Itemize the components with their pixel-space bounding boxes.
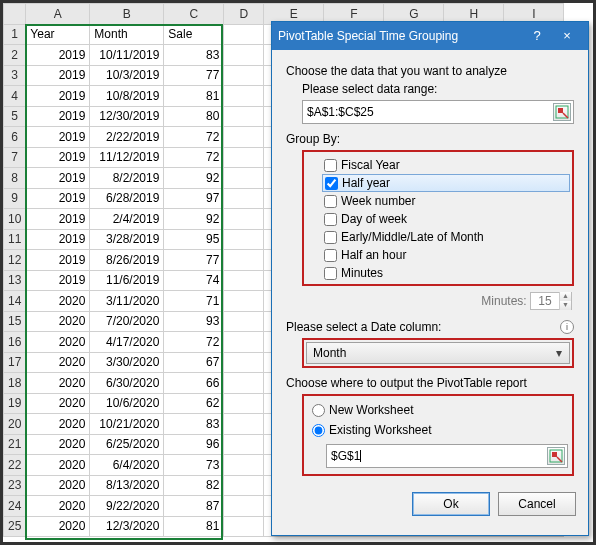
cell[interactable]: 66 [164,373,224,394]
row-header[interactable]: 11 [4,229,26,250]
cell[interactable]: 2/4/2019 [90,209,164,230]
cell[interactable]: 97 [164,188,224,209]
cell[interactable]: 8/13/2020 [90,475,164,496]
cell[interactable]: 3/11/2020 [90,291,164,312]
cell[interactable]: 2020 [26,332,90,353]
cell[interactable]: 83 [164,414,224,435]
cell[interactable]: 2019 [26,229,90,250]
cell[interactable]: 6/25/2020 [90,434,164,455]
cell[interactable]: Year [26,24,90,45]
row-header[interactable]: 9 [4,188,26,209]
cell[interactable]: 71 [164,291,224,312]
row-header[interactable]: 13 [4,270,26,291]
cell[interactable]: 2020 [26,455,90,476]
cell[interactable] [224,147,264,168]
cell[interactable]: 2020 [26,516,90,537]
cell[interactable] [224,24,264,45]
col-header-D[interactable]: D [224,4,264,25]
cell[interactable]: 67 [164,352,224,373]
cell[interactable] [224,250,264,271]
cell[interactable]: 6/30/2020 [90,373,164,394]
cell[interactable] [224,414,264,435]
cell[interactable] [224,373,264,394]
col-header-B[interactable]: B [90,4,164,25]
cell[interactable]: 3/30/2020 [90,352,164,373]
row-header[interactable]: 19 [4,393,26,414]
cell[interactable]: 2020 [26,393,90,414]
select-all-corner[interactable] [4,4,26,25]
date-column-combo[interactable]: Month ▾ [306,342,570,364]
close-button[interactable]: × [552,26,582,46]
cell[interactable]: 73 [164,455,224,476]
cell[interactable] [224,127,264,148]
cell[interactable]: 12/30/2019 [90,106,164,127]
cell[interactable]: 93 [164,311,224,332]
cell[interactable]: 2019 [26,106,90,127]
cell[interactable]: 2020 [26,496,90,517]
cell[interactable] [224,188,264,209]
row-header[interactable]: 25 [4,516,26,537]
cell[interactable]: 87 [164,496,224,517]
row-header[interactable]: 6 [4,127,26,148]
cell[interactable]: 2019 [26,147,90,168]
cell[interactable]: 2020 [26,311,90,332]
cell[interactable] [224,516,264,537]
cell[interactable]: Month [90,24,164,45]
cell[interactable]: 2020 [26,291,90,312]
cell[interactable]: 11/6/2019 [90,270,164,291]
opt-day-of-week[interactable]: Day of week [322,210,570,228]
cell[interactable] [224,45,264,66]
output-range-input[interactable]: $G$1 [326,444,568,468]
cell[interactable] [224,229,264,250]
row-header[interactable]: 3 [4,65,26,86]
row-header[interactable]: 17 [4,352,26,373]
cell[interactable]: 2019 [26,45,90,66]
cell[interactable]: 2019 [26,250,90,271]
cell[interactable]: 9/22/2020 [90,496,164,517]
cell[interactable]: 2019 [26,86,90,107]
cell[interactable]: 3/28/2019 [90,229,164,250]
cell[interactable]: 4/17/2020 [90,332,164,353]
cell[interactable]: 74 [164,270,224,291]
cell[interactable]: 72 [164,127,224,148]
cell[interactable]: 72 [164,332,224,353]
cell[interactable]: 2020 [26,414,90,435]
row-header[interactable]: 18 [4,373,26,394]
cell[interactable]: 11/12/2019 [90,147,164,168]
cell[interactable]: 81 [164,516,224,537]
cell[interactable]: 80 [164,106,224,127]
cell[interactable]: 2019 [26,270,90,291]
cell[interactable] [224,455,264,476]
row-header[interactable]: 24 [4,496,26,517]
cell[interactable]: 10/6/2020 [90,393,164,414]
cell[interactable]: 10/8/2019 [90,86,164,107]
opt-half-year[interactable]: Half year [322,174,570,192]
cell[interactable]: 10/3/2019 [90,65,164,86]
row-header[interactable]: 5 [4,106,26,127]
opt-half-hour[interactable]: Half an hour [322,246,570,264]
row-header[interactable]: 2 [4,45,26,66]
cell[interactable] [224,434,264,455]
cell[interactable] [224,209,264,230]
cell[interactable]: 10/21/2020 [90,414,164,435]
range-picker-icon[interactable] [547,447,565,465]
cell[interactable]: 10/11/2019 [90,45,164,66]
cell[interactable]: 2019 [26,209,90,230]
cell[interactable] [224,106,264,127]
row-header[interactable]: 4 [4,86,26,107]
cell[interactable]: 2020 [26,373,90,394]
opt-minutes[interactable]: Minutes [322,264,570,282]
cell[interactable] [224,270,264,291]
cell[interactable] [224,311,264,332]
row-header[interactable]: 22 [4,455,26,476]
row-header[interactable]: 12 [4,250,26,271]
cell[interactable]: 62 [164,393,224,414]
row-header[interactable]: 16 [4,332,26,353]
dialog-titlebar[interactable]: PivotTable Special Time Grouping ? × [272,22,588,50]
cell[interactable] [224,65,264,86]
cell[interactable]: 6/28/2019 [90,188,164,209]
cell[interactable]: 2020 [26,352,90,373]
cell[interactable]: 2020 [26,434,90,455]
cell[interactable]: 2019 [26,65,90,86]
cell[interactable] [224,496,264,517]
